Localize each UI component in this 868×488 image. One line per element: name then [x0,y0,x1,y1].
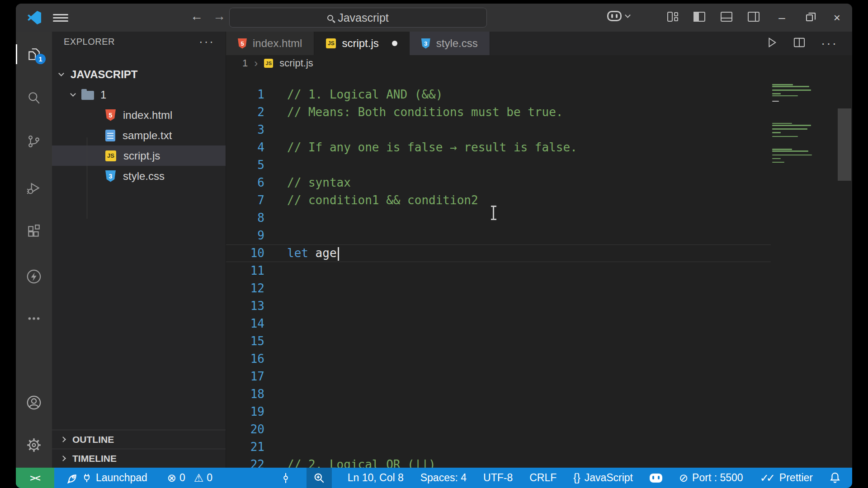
bell-icon [830,472,840,484]
split-editor-button[interactable] [793,37,806,50]
language-mode-button[interactable]: {} JavaScript [572,468,634,488]
code-line-20[interactable]: 20 [226,421,771,438]
copilot-button[interactable] [607,11,630,21]
line-number: 5 [226,156,264,174]
code-line-21[interactable]: 21 [226,438,771,456]
code-line-17[interactable]: 17 [226,368,771,385]
launchpad-button[interactable]: Launchpad [66,468,148,488]
code-line-5[interactable]: 5 [226,156,771,174]
code-line-12[interactable]: 12 [226,280,771,297]
account-button[interactable] [16,390,52,415]
file-row-style-css[interactable]: 3 style.css [52,166,226,186]
js-file-icon: JS [264,59,273,68]
code-line-18[interactable]: 18 [226,385,771,403]
tab-index-html[interactable]: 5 index.html [226,32,314,55]
notifications-button[interactable] [829,468,841,488]
workspace-row[interactable]: JAVASCRIPT [52,64,226,84]
more-actions-button[interactable]: ··· [821,36,838,51]
problems-button[interactable]: ⊗ 0 ⚠ 0 [166,468,213,488]
vertical-scrollbar[interactable] [838,108,851,181]
file-row-sample-txt[interactable]: sample.txt [52,125,226,145]
remote-indicator-button[interactable]: >< [16,468,54,488]
tab-script-js[interactable]: JS script.js [314,32,409,55]
code-line-11[interactable]: 11 [226,262,771,280]
outline-section[interactable]: OUTLINE [52,430,226,449]
code-line-3[interactable]: 3 [226,121,771,139]
file-row-index-html[interactable]: 5 index.html [52,105,226,125]
vscode-logo-icon [28,11,41,24]
code-line-2[interactable]: 2// Means: Both conditions must be true. [226,103,771,121]
code-line-1[interactable]: 1// 1. Logical AND (&&) [226,86,771,103]
menu-button[interactable] [53,12,68,23]
breadcrumb-folder[interactable]: 1 [242,57,248,69]
toggle-secondary-sidebar-button[interactable] [747,10,760,25]
code-line-4[interactable]: 4// If any one is false → result is fals… [226,139,771,156]
encoding-button[interactable]: UTF-8 [482,468,514,488]
port-forward-button[interactable] [280,468,292,488]
forward-button[interactable]: → [211,9,227,23]
toggle-panel-button[interactable] [720,10,733,25]
line-number: 19 [226,403,264,421]
tab-bar: 5 index.html JS script.js 3 style.css ··… [226,32,852,55]
code-line-10[interactable]: 10let age [226,244,771,262]
activity-run-debug[interactable] [16,176,52,201]
line-number: 3 [226,121,264,139]
copilot-status-button[interactable] [649,468,663,488]
breadcrumb: 1 › JS script.js [226,55,852,71]
tab-style-css[interactable]: 3 style.css [410,32,490,55]
breadcrumb-file[interactable]: script.js [279,57,313,69]
formatter-button[interactable]: ✓✓ Prettier [759,468,814,488]
eol-button[interactable]: CRLF [528,468,557,488]
activity-source-control[interactable] [16,129,52,154]
explorer-more-actions-button[interactable]: ··· [199,35,215,49]
line-number: 13 [226,297,264,315]
line-number: 22 [226,456,264,468]
file-row-script-js[interactable]: JS script.js [52,145,226,166]
folder-row[interactable]: 1 [52,84,226,105]
cursor-position-button[interactable]: Ln 10, Col 8 [347,468,405,488]
code-line-15[interactable]: 15 [226,333,771,350]
live-server-port-button[interactable]: ⊘ Port : 5500 [678,468,744,488]
run-button[interactable] [765,36,778,51]
activity-extensions[interactable] [16,219,52,244]
error-icon: ⊗ [167,472,176,484]
activity-live-server[interactable] [16,264,52,289]
code-line-13[interactable]: 13 [226,297,771,315]
activity-search[interactable] [16,85,52,111]
modified-dot-icon[interactable] [392,41,397,46]
toggle-primary-sidebar-button[interactable] [693,10,706,25]
activity-more-button[interactable] [16,306,52,331]
activity-explorer[interactable]: 1 [16,42,52,67]
breadcrumb-separator: › [254,57,258,70]
explorer-sidebar: EXPLORER ··· JAVASCRIPT 1 5 index.html [52,32,226,468]
code-line-14[interactable]: 14 [226,315,771,333]
customize-layout-button[interactable] [666,10,679,25]
zoom-button[interactable] [307,468,332,488]
code-lines: 1// 1. Logical AND (&&)2// Means: Both c… [226,86,771,468]
indentation-button[interactable]: Spaces: 4 [420,468,467,488]
close-button[interactable]: × [834,11,840,25]
line-number: 11 [226,262,264,280]
html-file-icon: 5 [238,38,247,49]
code-editor[interactable]: 1// 1. Logical AND (&&)2// Means: Both c… [226,71,852,468]
line-number: 10 [226,244,264,262]
command-center-search[interactable]: Javascript [229,8,487,28]
settings-gear-button[interactable] [16,432,52,458]
line-number: 12 [226,280,264,297]
restore-button[interactable] [806,14,813,21]
code-line-8[interactable]: 8 [226,209,771,227]
sidebar-title: EXPLORER [64,37,115,47]
minimize-button[interactable]: – [778,11,785,25]
minimap[interactable] [772,84,836,164]
line-number: 14 [226,315,264,333]
code-line-6[interactable]: 6// syntax [226,174,771,192]
code-line-16[interactable]: 16 [226,350,771,368]
code-line-22[interactable]: 22// 2. Logical OR (||) [226,456,771,468]
line-number: 9 [226,227,264,244]
text-caret [338,247,339,261]
code-line-19[interactable]: 19 [226,403,771,421]
code-line-9[interactable]: 9 [226,227,771,244]
back-button[interactable]: ← [189,9,205,23]
timeline-section[interactable]: TIMELINE [52,449,226,468]
code-line-7[interactable]: 7// condition1 && condition2 [226,192,771,209]
